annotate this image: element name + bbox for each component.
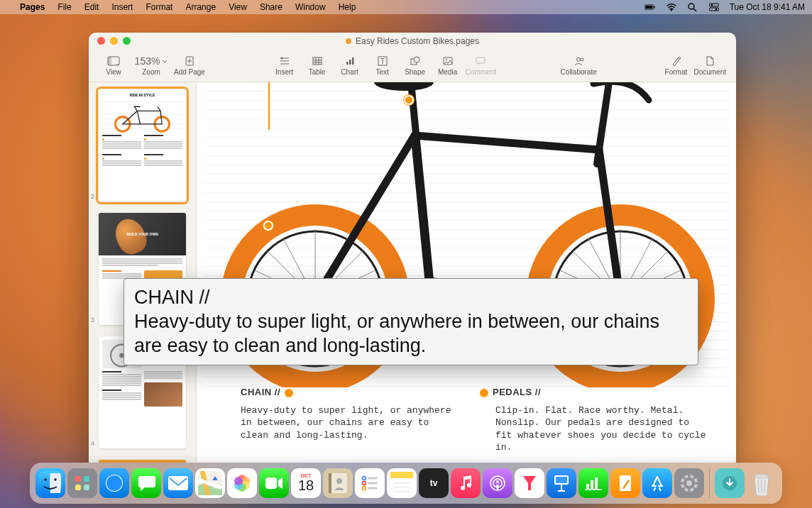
text-button[interactable]: TText <box>368 55 397 76</box>
svg-point-59 <box>44 478 47 481</box>
control-center-icon[interactable] <box>708 3 720 11</box>
svg-text:T: T <box>380 57 385 65</box>
music-icon[interactable] <box>451 468 481 498</box>
document-canvas[interactable]: CHAIN // Heavy-duty to super light, or a… <box>197 82 736 467</box>
svg-rect-24 <box>476 57 485 63</box>
media-button[interactable]: Media <box>433 55 463 76</box>
svg-point-113 <box>755 474 769 478</box>
document-button[interactable]: Document <box>693 55 726 76</box>
menu-file[interactable]: File <box>57 2 71 12</box>
menu-format[interactable]: Format <box>146 2 172 12</box>
trash-icon[interactable] <box>747 468 777 498</box>
text-columns: CHAIN // Heavy-duty to super light, or a… <box>241 386 708 454</box>
appstore-icon[interactable] <box>642 468 672 498</box>
format-button[interactable]: Format <box>661 55 691 76</box>
insert-button[interactable]: Insert <box>270 55 300 76</box>
launchpad-icon[interactable] <box>67 468 97 498</box>
pages-icon[interactable] <box>610 468 640 498</box>
titlebar[interactable]: Easy Rides Custom Bikes.pages <box>89 33 736 50</box>
chain-column[interactable]: CHAIN // Heavy-duty to super light, or a… <box>241 386 453 454</box>
svg-point-23 <box>446 59 447 60</box>
hover-body: Heavy-duty to super light, or anywhere i… <box>134 310 688 358</box>
svg-point-26 <box>581 58 583 61</box>
menu-insert[interactable]: Insert <box>111 2 133 12</box>
toolbar: View 153%Zoom Add Page Insert Table Char… <box>89 50 736 82</box>
chart-button[interactable]: Chart <box>335 55 365 76</box>
keynote-icon[interactable] <box>547 468 576 498</box>
downloads-icon[interactable] <box>715 468 745 498</box>
calendar-icon[interactable]: OCT18 <box>291 468 321 498</box>
svg-point-78 <box>336 478 342 484</box>
podcasts-icon[interactable] <box>483 468 512 498</box>
wifi-icon[interactable] <box>666 3 677 11</box>
notes-icon[interactable] <box>387 468 417 498</box>
svg-point-81 <box>363 482 366 485</box>
pedals-body: Clip-in. Flat. Race worthy. Metal. Nonsl… <box>495 404 708 454</box>
marker-icon <box>480 389 488 397</box>
finder-icon[interactable] <box>35 468 65 498</box>
tv-icon[interactable]: tv <box>419 468 449 498</box>
svg-point-13 <box>280 57 282 60</box>
settings-icon[interactable] <box>674 468 704 498</box>
table-button[interactable]: Table <box>302 55 332 76</box>
add-page-button[interactable]: Add Page <box>174 55 205 76</box>
menu-view[interactable]: View <box>229 2 247 12</box>
svg-rect-75 <box>265 477 277 489</box>
maps-icon[interactable] <box>195 468 225 498</box>
page-number: 2 <box>91 193 94 200</box>
safari-icon[interactable] <box>99 468 129 498</box>
menu-help[interactable]: Help <box>339 2 356 12</box>
callout-marker[interactable] <box>263 221 273 231</box>
search-icon[interactable] <box>687 3 698 11</box>
view-button[interactable]: View <box>99 55 128 76</box>
svg-point-91 <box>496 480 499 483</box>
app-menu[interactable]: Pages <box>20 2 45 12</box>
svg-rect-85 <box>390 472 413 478</box>
menubar-clock[interactable]: Tue Oct 18 9:41 AM <box>730 2 805 12</box>
close-button[interactable] <box>97 37 105 45</box>
contacts-icon[interactable] <box>323 468 353 498</box>
svg-point-60 <box>54 478 57 481</box>
svg-rect-1 <box>645 6 652 9</box>
pedals-column[interactable]: PEDALS // Clip-in. Flat. Race worthy. Me… <box>495 386 708 454</box>
battery-icon[interactable] <box>644 3 656 11</box>
menu-edit[interactable]: Edit <box>84 2 99 12</box>
thumbnail-page-2[interactable]: RIDE IN STYLE 2 <box>99 89 186 201</box>
edited-indicator-icon <box>346 38 351 44</box>
minimize-button[interactable] <box>110 37 118 45</box>
numbers-icon[interactable] <box>578 468 608 498</box>
zoom-dropdown[interactable]: 153%Zoom <box>131 55 171 76</box>
photos-icon[interactable] <box>227 468 257 498</box>
svg-rect-77 <box>329 473 331 493</box>
dock-separator <box>709 468 710 498</box>
svg-point-7 <box>710 4 713 6</box>
svg-point-25 <box>577 57 581 61</box>
menu-share[interactable]: Share <box>260 2 282 12</box>
menu-arrange[interactable]: Arrange <box>185 2 216 12</box>
mail-icon[interactable] <box>163 468 193 498</box>
messages-icon[interactable] <box>131 468 161 498</box>
zoom-button[interactable] <box>123 37 131 45</box>
marker-icon <box>285 389 293 397</box>
svg-point-66 <box>106 475 122 491</box>
pages-window: Easy Rides Custom Bikes.pages View 153%Z… <box>89 33 736 467</box>
svg-rect-64 <box>84 485 89 490</box>
svg-rect-82 <box>368 482 378 485</box>
facetime-icon[interactable] <box>259 468 289 498</box>
svg-rect-63 <box>75 485 81 490</box>
collaborate-button[interactable]: Collaborate <box>561 55 597 76</box>
svg-rect-84 <box>368 487 378 490</box>
callout-marker[interactable] <box>404 95 414 105</box>
news-icon[interactable] <box>515 468 544 498</box>
window-controls <box>97 37 131 45</box>
svg-point-74 <box>234 477 243 485</box>
page-number: 3 <box>91 316 94 324</box>
reminders-icon[interactable] <box>355 468 385 498</box>
shape-button[interactable]: Shape <box>400 55 430 76</box>
svg-point-79 <box>363 477 366 480</box>
callout-line <box>268 82 270 130</box>
svg-rect-11 <box>108 57 111 65</box>
page-number: 4 <box>91 440 94 447</box>
page-thumbnails-sidebar[interactable]: RIDE IN STYLE 2 BUILD YOUR OWN <box>89 82 197 467</box>
menu-window[interactable]: Window <box>295 2 326 12</box>
